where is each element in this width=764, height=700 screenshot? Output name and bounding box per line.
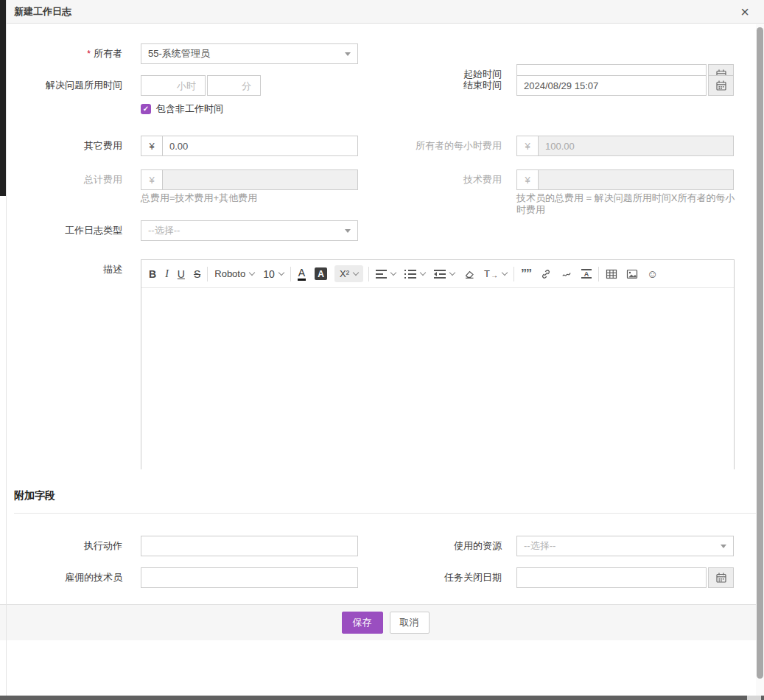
chevron-down-icon: [721, 545, 726, 548]
dialog-titlebar: 新建工作日志 ×: [7, 0, 764, 24]
row-technician-closedate: 雇佣的技术员 任务关闭日期: [7, 567, 764, 588]
row-worklog-type: 工作日志类型 --选择--: [7, 220, 764, 241]
duration-label: 解决问题所用时间: [14, 75, 122, 96]
owner-select[interactable]: 55-系统管理员: [141, 43, 358, 64]
worklog-type-placeholder: --选择--: [148, 224, 180, 237]
tech-cost-group: ¥: [516, 169, 734, 190]
hired-technician-input[interactable]: [141, 567, 358, 588]
task-close-date-input[interactable]: [516, 567, 707, 588]
underline-button[interactable]: U: [173, 263, 189, 285]
table-icon: [606, 268, 617, 280]
unlink-button[interactable]: [556, 263, 577, 285]
chevron-down-icon: [278, 269, 284, 275]
duration-hours-input[interactable]: [141, 75, 206, 96]
end-time-calendar-button[interactable]: [708, 75, 734, 96]
unlink-squiggle-icon: [561, 268, 572, 280]
emoji-button[interactable]: ☺: [642, 263, 662, 285]
owner-select-value: 55-系统管理员: [148, 47, 210, 60]
task-close-date-calendar-button[interactable]: [708, 567, 734, 588]
dialog-title: 新建工作日志: [14, 5, 71, 18]
chevron-down-icon: [345, 229, 351, 233]
total-cost-help: 总费用=技术费用+其他费用: [141, 192, 257, 204]
eraser-icon: [463, 268, 475, 280]
worklog-type-label: 工作日志类型: [14, 220, 122, 241]
close-icon[interactable]: ×: [740, 4, 749, 19]
line-height-button[interactable]: A: [577, 263, 596, 285]
table-button[interactable]: [601, 263, 622, 285]
required-asterisk: *: [87, 49, 91, 59]
cancel-button[interactable]: 取消: [390, 612, 430, 634]
line-height-icon: A: [581, 269, 592, 279]
text-color-icon: A: [298, 267, 306, 281]
bottom-bar-notch: [747, 696, 761, 700]
include-non-working-checkbox[interactable]: ✓: [141, 104, 151, 114]
background-footer-strip: [0, 604, 6, 640]
row-costs-2: 总计费用 ¥ 技术费用 ¥: [7, 169, 764, 190]
editor-toolbar: B I U S Roboto 10 A A X² T→ ””: [141, 260, 734, 288]
check-icon: ✓: [143, 105, 149, 113]
scrollbar-thumb[interactable]: [757, 27, 763, 679]
toolbar-separator: [598, 267, 599, 281]
emoji-icon: ☺: [647, 268, 658, 279]
end-time-field: [516, 75, 734, 96]
action-performed-input[interactable]: [141, 536, 358, 556]
background-color-button[interactable]: A: [310, 263, 332, 285]
text-direction-icon: T: [484, 268, 490, 279]
align-button[interactable]: [371, 263, 400, 285]
tech-cost-label: 技术费用: [359, 169, 502, 190]
image-button[interactable]: [622, 263, 642, 285]
chevron-down-icon: [249, 269, 255, 275]
toolbar-separator: [368, 267, 369, 281]
section-divider: [14, 513, 758, 514]
font-size-select[interactable]: 10: [259, 263, 288, 285]
save-button[interactable]: 保存: [342, 612, 383, 634]
indent-button[interactable]: [430, 263, 459, 285]
background-color-icon: A: [315, 267, 327, 280]
duration-field: [141, 75, 261, 96]
include-non-working-label[interactable]: 包含非工作时间: [156, 102, 223, 116]
row-action-resources: 执行动作 使用的资源 --选择--: [7, 536, 764, 556]
chevron-down-icon: [449, 269, 455, 275]
other-cost-label: 其它费用: [14, 136, 122, 156]
calendar-icon: [715, 80, 727, 91]
yen-currency-addon: ¥: [517, 170, 539, 189]
text-color-button[interactable]: A: [293, 263, 310, 285]
strikethrough-button[interactable]: S: [189, 263, 205, 285]
owner-label: *所有者: [14, 43, 122, 64]
link-icon: [540, 268, 552, 280]
description-label: 描述: [14, 259, 122, 280]
toolbar-separator: [207, 267, 208, 281]
vertical-scrollbar[interactable]: [756, 24, 764, 700]
end-time-input[interactable]: [516, 75, 707, 96]
worklog-dialog: 新建工作日志 × *所有者 55-系统管理员 起始时间 解决问题所用时间: [6, 0, 764, 696]
blockquote-icon: ””: [521, 270, 531, 278]
other-cost-input[interactable]: [163, 136, 357, 155]
superscript-button[interactable]: X²: [332, 263, 366, 285]
bold-button[interactable]: B: [144, 263, 161, 285]
font-name-select[interactable]: Roboto: [210, 263, 259, 285]
screen: 新建工作日志 × *所有者 55-系统管理员 起始时间 解决问题所用时间: [0, 0, 764, 700]
list-button[interactable]: [400, 263, 430, 285]
yen-currency-addon: ¥: [141, 136, 163, 155]
clear-format-button[interactable]: [459, 263, 480, 285]
background-page-strip: [0, 0, 6, 196]
text-direction-button[interactable]: T→: [480, 263, 511, 285]
italic-button[interactable]: I: [161, 263, 173, 285]
row-duration-endtime: 解决问题所用时间 结束时间: [7, 75, 764, 96]
duration-minutes-input[interactable]: [207, 75, 261, 96]
calendar-icon: [715, 572, 727, 584]
outdent-icon: [434, 269, 446, 279]
chevron-down-icon: [420, 269, 426, 275]
owner-hourly-cost-label: 所有者的每小时费用: [359, 136, 502, 156]
resources-used-select[interactable]: --选择--: [516, 536, 734, 556]
link-button[interactable]: [536, 263, 556, 285]
other-cost-group: ¥: [141, 136, 358, 156]
resources-used-placeholder: --选择--: [524, 539, 556, 553]
toolbar-separator: [514, 267, 514, 281]
owner-hourly-cost-group: ¥: [516, 136, 734, 156]
worklog-type-select[interactable]: --选择--: [141, 220, 358, 241]
dialog-footer: 保存 取消: [7, 604, 764, 640]
include-non-working-row: ✓ 包含非工作时间: [141, 102, 223, 116]
blockquote-button[interactable]: ””: [516, 263, 536, 285]
editor-content-area[interactable]: [141, 288, 734, 469]
